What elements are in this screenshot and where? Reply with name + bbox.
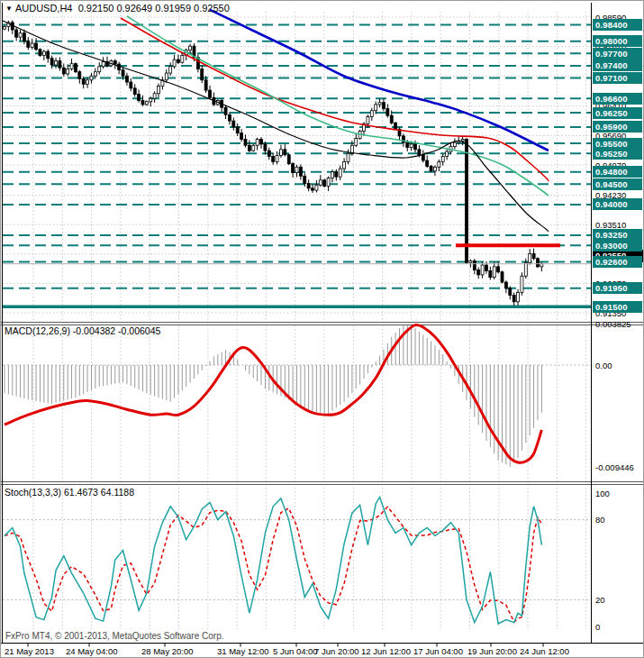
candle-body xyxy=(82,78,85,84)
stoch-indicator-label: Stoch(13,3,3) 61.4673 64.1188 xyxy=(5,487,134,498)
symbol-period-label: AUDUSD,H4 xyxy=(15,3,73,14)
candle-body xyxy=(276,156,278,162)
candle-body xyxy=(224,107,227,114)
candle-body xyxy=(113,60,116,64)
candle-body xyxy=(145,102,148,105)
candle-body xyxy=(236,127,239,133)
macd-signal-line xyxy=(5,324,541,462)
candle-body xyxy=(177,59,179,62)
candle-body xyxy=(59,60,61,68)
candle-body xyxy=(509,288,512,296)
copyright: FxPro MT4, © 2001-2013, MetaQuotes Softw… xyxy=(5,631,223,641)
candle-body xyxy=(173,59,176,67)
time-axis-label: 21 May 2013 xyxy=(5,646,54,656)
candle-body xyxy=(90,76,93,80)
candle-body xyxy=(240,133,243,140)
time-axis-label: 5 Jun 04:00 xyxy=(273,646,318,656)
stoch-axis-label: 80 xyxy=(595,515,644,525)
candle-body xyxy=(339,169,341,177)
price-level-label: 0.92600 xyxy=(593,256,642,268)
candle-body xyxy=(390,115,393,123)
candle-body xyxy=(47,51,50,59)
candle-body xyxy=(327,178,330,187)
candle-body xyxy=(244,139,247,145)
candle-body xyxy=(23,33,25,41)
candle-body xyxy=(504,282,507,288)
candle-body xyxy=(256,139,259,145)
candle-body xyxy=(4,26,6,29)
candle-body xyxy=(355,139,358,146)
candle-body xyxy=(524,262,527,276)
candle-body xyxy=(395,123,397,129)
stoch-k-line xyxy=(5,497,541,624)
candle-body xyxy=(153,94,156,98)
symbol-dropdown-icon[interactable]: ▼ xyxy=(5,5,13,13)
time-axis-label: 24 May 04:00 xyxy=(66,646,118,656)
candle-body xyxy=(433,167,436,171)
candle-body xyxy=(27,41,30,48)
time-axis-label: 28 May 20:00 xyxy=(141,646,194,656)
ma-blue-slow xyxy=(210,10,549,151)
candle-body xyxy=(406,142,409,147)
candle-body xyxy=(438,161,440,167)
candle-body xyxy=(31,43,33,48)
candle-body xyxy=(50,59,53,65)
macd-axis-label: -0.009446 xyxy=(595,462,644,472)
price-level-label: 0.95250 xyxy=(593,148,642,160)
candle-body xyxy=(189,46,192,50)
time-axis-label: 12 Jun 12:00 xyxy=(361,646,411,656)
candle-body xyxy=(284,150,286,155)
candle-body xyxy=(299,167,302,176)
candle-body xyxy=(55,60,58,65)
candle-body xyxy=(312,188,314,190)
candle-body xyxy=(67,69,69,74)
candle-body xyxy=(441,157,444,162)
candle-body xyxy=(367,117,369,124)
candle-body xyxy=(86,80,89,85)
candle-body xyxy=(39,50,41,56)
price-level-label: 0.94000 xyxy=(593,198,642,210)
candle-body xyxy=(42,51,45,56)
candle-body xyxy=(512,296,515,302)
candle-body xyxy=(133,88,136,95)
candle-body xyxy=(461,139,464,141)
candle-body xyxy=(272,157,275,162)
candle-body xyxy=(375,105,377,111)
candle-body xyxy=(70,64,73,69)
candle-body xyxy=(15,30,18,37)
candle-body xyxy=(158,87,160,94)
candle-body xyxy=(138,95,141,101)
candle-body xyxy=(378,103,381,105)
candle-body xyxy=(521,276,523,292)
candle-body xyxy=(165,73,168,80)
price-level-label: 0.91950 xyxy=(593,282,642,294)
ohlc-values: 0.92150 0.92649 0.91959 0.92550 xyxy=(78,3,230,14)
candle-body xyxy=(94,72,96,77)
time-axis-label: 31 May 12:00 xyxy=(217,646,269,656)
candle-body xyxy=(370,111,373,117)
candle-body xyxy=(386,108,389,115)
price-gridline-label: 0.93510 xyxy=(595,220,644,230)
candle-body xyxy=(536,259,539,267)
candle-body xyxy=(304,176,306,183)
candle-body xyxy=(252,145,255,151)
candle-body xyxy=(323,180,326,187)
candle-body xyxy=(204,80,207,90)
candle-body xyxy=(150,98,152,102)
candle-body xyxy=(209,90,212,97)
candle-body xyxy=(78,72,81,79)
candle-body xyxy=(485,265,487,270)
price-level-label: 0.91500 xyxy=(593,301,642,313)
candle-body xyxy=(122,69,124,76)
price-level-label: 0.98400 xyxy=(593,19,642,31)
candle-body xyxy=(130,82,132,88)
candle-body xyxy=(532,253,535,258)
stoch-axis-label: 100 xyxy=(595,489,644,498)
candle-body xyxy=(181,56,184,63)
ma-red-medium xyxy=(121,18,549,181)
price-level-label: 0.97100 xyxy=(593,72,642,84)
time-axis-label: 17 Jun 04:00 xyxy=(413,646,463,656)
candle-body xyxy=(125,76,128,82)
candle-body xyxy=(446,151,449,156)
candle-body xyxy=(517,292,520,301)
